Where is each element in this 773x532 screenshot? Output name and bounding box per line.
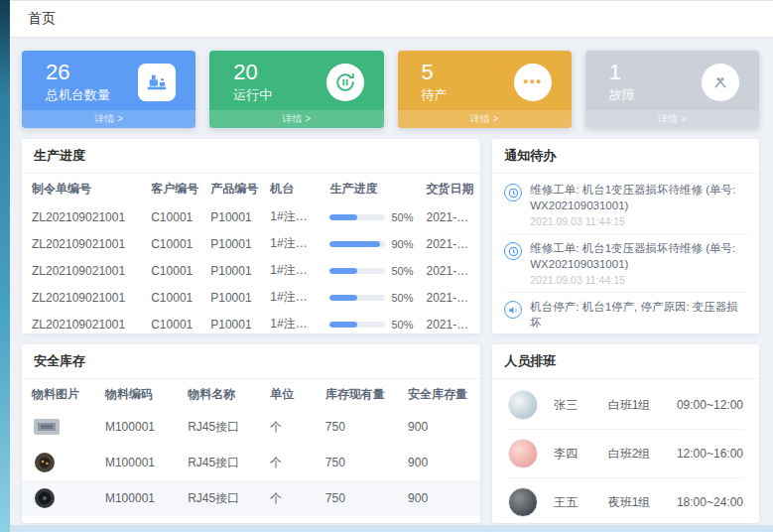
customer-no-cell: C10001 — [141, 257, 200, 284]
delivery-date-cell: 2021-09-10 — [417, 203, 481, 230]
staff-name: 王五 — [554, 494, 591, 511]
progress-label: 50% — [391, 211, 413, 223]
schedule-item: 王五 夜班1组 18:00~24:00 — [508, 478, 743, 523]
machine-icon — [138, 64, 176, 101]
machine-cell: 1#注塑机 — [260, 257, 320, 284]
stat-card-fault[interactable]: 1 故障 详情 > — [585, 51, 759, 128]
progress-bar: 50% — [329, 265, 410, 277]
tools-icon — [702, 64, 739, 101]
panel-title: 人员排班 — [492, 344, 759, 379]
stat-value: 20 — [233, 60, 272, 84]
todo-body: 维修工单: 机台1变压器损坏待维修 (单号: WX202109031001) 2… — [530, 183, 747, 227]
progress-label: 50% — [391, 319, 413, 331]
column-header: 物料编码 — [95, 379, 178, 409]
app-frame-bottom-edge — [10, 525, 773, 532]
schedule-item: 张三 白班1组 09:00~12:00 — [508, 381, 743, 430]
product-no-cell: P10001 — [200, 284, 260, 311]
schedule-item: 李四 白班2组 12:00~16:00 — [508, 430, 743, 478]
progress-track — [329, 214, 385, 220]
material-code-cell: M100001 — [95, 409, 178, 445]
progress-cell: 50% — [320, 311, 416, 333]
progress-fill — [329, 295, 357, 301]
progress-cell: 50% — [320, 257, 416, 284]
stat-card-body: 1 故障 — [585, 51, 759, 104]
material-code-cell: M100001 — [95, 445, 178, 480]
stat-value: 1 — [609, 60, 635, 84]
machine-cell: 1#注塑机 — [260, 311, 320, 333]
material-name-cell: RJ45接口 — [178, 480, 260, 516]
stat-card-running[interactable]: 20 运行中 详情 > — [209, 51, 383, 128]
tab-bar: 首页 — [10, 0, 773, 38]
stat-card-total-machines[interactable]: 26 总机台数量 详情 > — [22, 51, 195, 128]
progress-track — [329, 241, 385, 247]
product-no-cell: P10001 — [200, 311, 260, 333]
table-row: M100001 RJ45接口 个 750 900 — [22, 445, 480, 480]
table-row: ZL202109021001 C10001 P10001 1#注塑机 50% 2… — [22, 257, 480, 284]
delivery-date-cell: 2021-09-10 — [417, 257, 481, 284]
detail-link[interactable]: 详情 > — [209, 110, 383, 128]
todo-item[interactable]: 维修工单: 机台1变压器损坏待维修 (单号: WX202109031001) 2… — [504, 176, 747, 234]
running-icon — [326, 64, 364, 101]
unit-cell: 个 — [260, 480, 315, 516]
dashboard-page: 首页 26 总机台数量 — [10, 0, 773, 525]
inventory-table: 物料图片 物料编码 物料名称 单位 库存现有量 安全库存量 — [22, 379, 480, 516]
panel-title: 生产进度 — [22, 139, 480, 174]
product-no-cell: P10001 — [200, 230, 260, 257]
table-row: ZL202109021001 C10001 P10001 1#注塑机 50% 2… — [22, 311, 480, 333]
tab-home[interactable]: 首页 — [28, 10, 56, 28]
column-header: 制令单编号 — [22, 174, 141, 203]
stat-value: 5 — [422, 60, 448, 84]
customer-no-cell: C10001 — [141, 311, 200, 333]
material-image-cell — [22, 480, 95, 516]
product-no-cell: P10001 — [200, 203, 260, 230]
table-header-row: 制令单编号 客户编号 产品编号 机台 生产进度 交货日期 — [22, 174, 480, 203]
ellipsis-icon: ●●● — [514, 64, 552, 101]
machine-cell: 1#注塑机 — [260, 230, 320, 257]
progress-label: 50% — [391, 292, 413, 304]
shift-label: 夜班1组 — [608, 494, 661, 511]
material-image-cell — [22, 445, 95, 480]
stat-card-pending[interactable]: 5 待产 ●●● 详情 > — [398, 51, 572, 128]
todo-item[interactable]: 机台停产: 机台1停产, 停产原因: 变压器损坏 2021.09.03 11:4… — [504, 293, 747, 333]
table-row: ZL202109021001 C10001 P10001 1#注塑机 50% 2… — [22, 284, 480, 311]
column-header: 机台 — [260, 174, 320, 203]
column-header: 单位 — [260, 379, 315, 409]
detail-link[interactable]: 详情 > — [585, 110, 759, 128]
todo-item[interactable]: 维修工单: 机台1变压器损坏待维修 (单号: WX202109031001) 2… — [504, 234, 747, 293]
progress-cell: 50% — [320, 203, 416, 230]
material-image-connector — [32, 451, 89, 474]
todo-text: 机台停产: 机台1停产, 停产原因: 变压器损坏 — [530, 300, 747, 331]
middle-row: 生产进度 制令单编号 客户编号 产品编号 机台 生产进度 交货日期 — [22, 139, 759, 333]
detail-link[interactable]: 详情 > — [398, 110, 572, 128]
progress-cell: 50% — [320, 284, 416, 311]
stat-label: 运行中 — [233, 86, 272, 104]
todo-time: 2021.09.03 11:44:15 — [530, 215, 747, 227]
app-frame-left-edge — [0, 0, 10, 532]
avatar — [508, 390, 538, 420]
shift-time: 18:00~24:00 — [677, 495, 743, 509]
todo-time: 2021.09.03 11:44:15 — [530, 332, 747, 333]
delivery-date-cell: 2021-09-10 — [417, 311, 481, 333]
unit-cell: 个 — [260, 445, 315, 480]
progress-bar: 50% — [329, 292, 410, 304]
progress-track — [329, 268, 385, 274]
progress-track — [329, 295, 385, 301]
detail-link[interactable]: 详情 > — [22, 110, 195, 128]
order-no-cell: ZL202109021001 — [22, 203, 141, 230]
avatar — [508, 439, 538, 468]
column-header: 物料图片 — [22, 379, 95, 409]
column-header: 交货日期 — [417, 174, 481, 203]
stat-label: 待产 — [422, 86, 448, 104]
machine-cell: 1#注塑机 — [260, 284, 320, 311]
schedule-list: 张三 白班1组 09:00~12:00 李四 白班2组 12:00~16:00 … — [492, 379, 759, 523]
stat-card-info: 5 待产 — [422, 60, 448, 104]
safety-stock-cell: 900 — [398, 480, 480, 516]
progress-label: 50% — [391, 265, 413, 277]
product-no-cell: P10001 — [200, 257, 260, 284]
customer-no-cell: C10001 — [141, 203, 200, 230]
stat-value: 26 — [46, 60, 110, 84]
table-header-row: 物料图片 物料编码 物料名称 单位 库存现有量 安全库存量 — [22, 379, 480, 409]
material-image-cell — [22, 409, 95, 445]
panel-title: 通知待办 — [492, 139, 759, 174]
column-header: 库存现有量 — [316, 379, 398, 409]
